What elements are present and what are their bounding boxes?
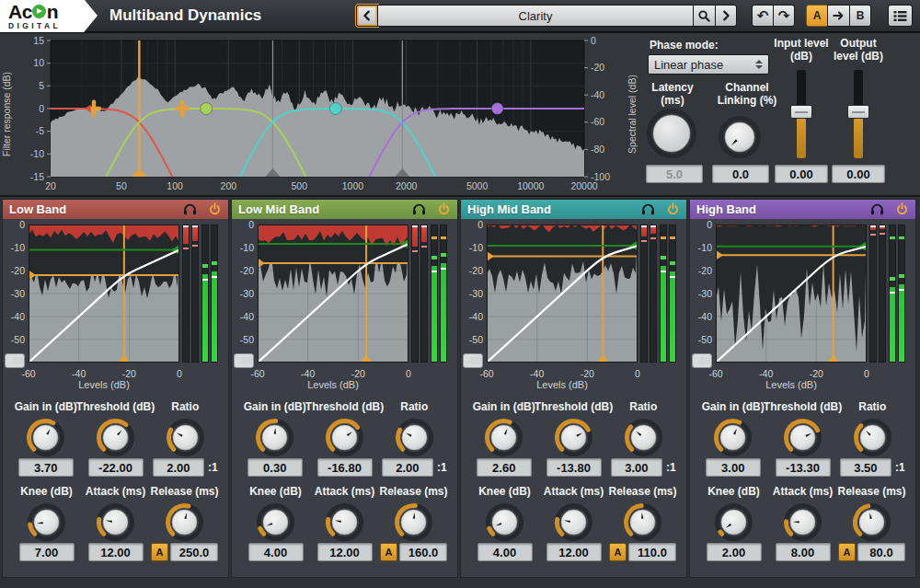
band-solo-headphones-icon[interactable] bbox=[641, 203, 655, 215]
gain-reduction-meters bbox=[640, 225, 657, 363]
ratio-knob[interactable] bbox=[166, 416, 205, 458]
band-solo-headphones-icon[interactable] bbox=[412, 203, 426, 215]
channel-linking-knob[interactable] bbox=[718, 116, 762, 158]
slider-handle[interactable] bbox=[790, 105, 812, 119]
y-tick: -20 bbox=[240, 265, 254, 276]
ratio-value[interactable]: 2.00 bbox=[382, 458, 433, 477]
band-transfer-graph[interactable] bbox=[487, 225, 638, 363]
release-label: Release (ms) bbox=[837, 485, 905, 498]
band-power-icon[interactable] bbox=[895, 202, 909, 216]
gain-in-knob[interactable] bbox=[713, 416, 753, 458]
threshold-value[interactable]: -13.30 bbox=[776, 458, 831, 477]
spectral-level-axis-label: Spectral level (dB) bbox=[625, 33, 638, 195]
gain-in-label: Gain in (dB) bbox=[244, 400, 306, 413]
level-meter-bar bbox=[201, 225, 209, 363]
ratio-value[interactable]: 2.00 bbox=[153, 458, 204, 477]
ratio-value[interactable]: 3.00 bbox=[611, 458, 662, 477]
preset-prev-button[interactable] bbox=[356, 5, 378, 27]
redo-button[interactable]: ↷ bbox=[773, 5, 795, 27]
ratio-knob[interactable] bbox=[395, 416, 434, 458]
threshold-knob[interactable] bbox=[783, 416, 822, 458]
threshold-knob[interactable] bbox=[325, 416, 364, 458]
gain-in-knob[interactable] bbox=[26, 416, 65, 458]
attack-knob[interactable] bbox=[783, 501, 822, 543]
gain-in-knob[interactable] bbox=[255, 416, 294, 458]
slider-handle[interactable] bbox=[847, 105, 869, 119]
preset-name-field[interactable]: Clarity bbox=[377, 5, 694, 27]
input-level-slider[interactable] bbox=[789, 70, 813, 158]
attack-value[interactable]: 12.00 bbox=[88, 543, 144, 561]
attack-knob[interactable] bbox=[325, 501, 364, 543]
ratio-value[interactable]: 3.50 bbox=[840, 458, 891, 477]
svg-text:-20: -20 bbox=[591, 62, 604, 73]
menu-button[interactable] bbox=[888, 5, 913, 27]
band-solo-headphones-icon[interactable] bbox=[183, 203, 197, 215]
band-graph-x-axis: -60-40-200 bbox=[29, 368, 179, 379]
release-value[interactable]: 110.0 bbox=[628, 543, 676, 561]
attack-knob[interactable] bbox=[554, 501, 593, 543]
release-knob[interactable] bbox=[394, 501, 433, 543]
band-transfer-graph[interactable] bbox=[29, 225, 179, 363]
knee-knob[interactable] bbox=[27, 501, 66, 543]
ab-compare-b-button[interactable]: B bbox=[849, 5, 871, 27]
attack-value[interactable]: 12.00 bbox=[546, 543, 602, 561]
phase-mode-select[interactable]: Linear phase bbox=[648, 54, 769, 75]
gain-reduction-meters bbox=[411, 225, 428, 363]
threshold-knob[interactable] bbox=[96, 416, 135, 458]
release-value[interactable]: 160.0 bbox=[399, 543, 447, 561]
band-power-icon[interactable] bbox=[208, 202, 222, 216]
ab-compare-a-button[interactable]: A bbox=[806, 5, 828, 27]
band-graph-x-axis: -60-40-200 bbox=[487, 368, 638, 379]
release-knob[interactable] bbox=[852, 501, 891, 543]
gain-in-knob[interactable] bbox=[484, 416, 523, 458]
preset-bar: Clarity bbox=[356, 5, 737, 27]
threshold-label: Threshold (dB) bbox=[535, 400, 613, 413]
ratio-knob[interactable] bbox=[853, 416, 892, 458]
knee-value[interactable]: 4.00 bbox=[477, 543, 533, 561]
attack-knob[interactable] bbox=[96, 501, 135, 543]
gain-in-value[interactable]: 3.00 bbox=[706, 458, 761, 477]
release-knob[interactable] bbox=[165, 501, 204, 543]
release-value[interactable]: 80.0 bbox=[857, 543, 905, 561]
band-power-icon[interactable] bbox=[437, 202, 451, 216]
latency-label: Latency (ms) bbox=[642, 81, 703, 108]
gain-in-value[interactable]: 3.70 bbox=[18, 458, 74, 477]
spectrum-display[interactable]: Filter response (dB) 151050-5-10-150-20-… bbox=[0, 33, 638, 195]
threshold-value[interactable]: -13.80 bbox=[546, 458, 602, 477]
band-solo-headphones-icon[interactable] bbox=[870, 203, 884, 215]
release-knob[interactable] bbox=[623, 501, 662, 543]
release-auto-button[interactable]: A bbox=[380, 543, 397, 561]
x-tick: -60 bbox=[250, 368, 264, 379]
release-value[interactable]: 250.0 bbox=[170, 543, 218, 561]
gain-in-value[interactable]: 0.30 bbox=[247, 458, 303, 477]
release-auto-button[interactable]: A bbox=[151, 543, 168, 561]
knee-knob[interactable] bbox=[714, 501, 753, 543]
preset-search-button[interactable] bbox=[693, 5, 716, 27]
input-level-value[interactable]: 0.00 bbox=[775, 165, 828, 183]
threshold-value[interactable]: -16.80 bbox=[317, 458, 373, 477]
attack-value[interactable]: 8.00 bbox=[776, 543, 831, 561]
ratio-knob[interactable] bbox=[624, 416, 663, 458]
spectrum-plot[interactable]: 151050-5-10-150-20-40-60-80-100205010020… bbox=[14, 33, 625, 195]
preset-next-button[interactable] bbox=[715, 5, 737, 27]
release-auto-button[interactable]: A bbox=[838, 543, 856, 561]
release-auto-button[interactable]: A bbox=[609, 543, 627, 561]
output-level-slider[interactable] bbox=[846, 70, 870, 158]
knee-value[interactable]: 2.00 bbox=[707, 543, 762, 561]
gain-in-value[interactable]: 2.60 bbox=[477, 458, 532, 477]
threshold-knob[interactable] bbox=[554, 416, 593, 458]
knee-value[interactable]: 4.00 bbox=[248, 543, 304, 561]
output-level-value[interactable]: 0.00 bbox=[832, 165, 885, 183]
knee-value[interactable]: 7.00 bbox=[19, 543, 75, 561]
ab-copy-button[interactable] bbox=[827, 5, 850, 27]
channel-linking-value[interactable]: 0.0 bbox=[712, 165, 769, 183]
band-transfer-graph[interactable] bbox=[716, 225, 867, 363]
band-transfer-graph[interactable] bbox=[258, 225, 408, 363]
knee-knob[interactable] bbox=[256, 501, 295, 543]
ratio-suffix: :1 bbox=[208, 461, 218, 474]
threshold-value[interactable]: -22.00 bbox=[88, 458, 144, 477]
band-power-icon[interactable] bbox=[666, 202, 680, 216]
knee-knob[interactable] bbox=[485, 501, 524, 543]
undo-button[interactable]: ↶ bbox=[752, 5, 774, 27]
attack-value[interactable]: 12.00 bbox=[317, 543, 373, 561]
